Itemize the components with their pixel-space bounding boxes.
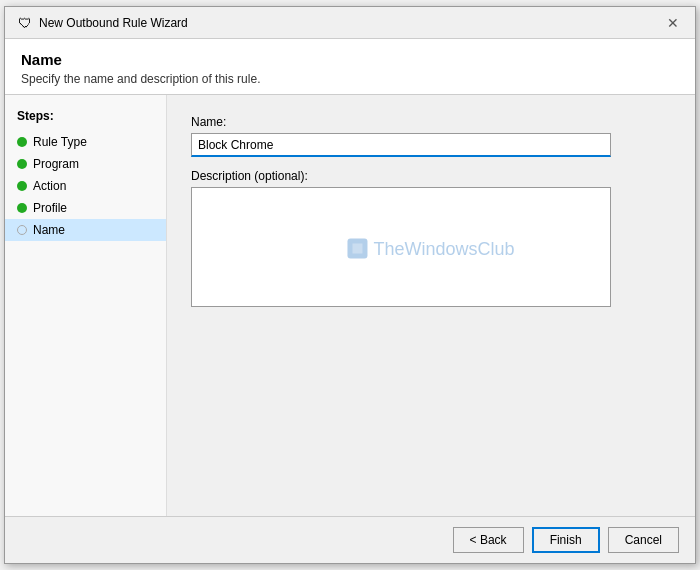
step-label-action: Action bbox=[33, 179, 66, 193]
title-bar: 🛡 New Outbound Rule Wizard ✕ bbox=[5, 7, 695, 39]
steps-panel: Steps: Rule Type Program Action Profile … bbox=[5, 95, 167, 516]
step-dot-program bbox=[17, 159, 27, 169]
dialog-window: 🛡 New Outbound Rule Wizard ✕ Name Specif… bbox=[4, 6, 696, 564]
description-label: Description (optional): bbox=[191, 169, 671, 183]
step-label-profile: Profile bbox=[33, 201, 67, 215]
description-area: TheWindowsClub bbox=[191, 187, 671, 310]
title-bar-left: 🛡 New Outbound Rule Wizard bbox=[17, 15, 188, 31]
dialog-title: Name bbox=[21, 51, 679, 68]
finish-button[interactable]: Finish bbox=[532, 527, 600, 553]
dialog-body: Steps: Rule Type Program Action Profile … bbox=[5, 95, 695, 516]
steps-title: Steps: bbox=[5, 105, 166, 131]
step-profile: Profile bbox=[5, 197, 166, 219]
name-input[interactable] bbox=[191, 133, 611, 157]
step-program: Program bbox=[5, 153, 166, 175]
dialog-header: Name Specify the name and description of… bbox=[5, 39, 695, 95]
step-label-program: Program bbox=[33, 157, 79, 171]
step-label-name: Name bbox=[33, 223, 65, 237]
content-panel: Name: Description (optional): TheWi bbox=[167, 95, 695, 516]
step-dot-name bbox=[17, 225, 27, 235]
description-field-group: Description (optional): TheWindowsClub bbox=[191, 169, 671, 310]
description-input[interactable] bbox=[191, 187, 611, 307]
back-button[interactable]: < Back bbox=[453, 527, 524, 553]
close-button[interactable]: ✕ bbox=[663, 13, 683, 33]
dialog-footer: < Back Finish Cancel bbox=[5, 516, 695, 563]
wizard-icon: 🛡 bbox=[17, 15, 33, 31]
name-label: Name: bbox=[191, 115, 671, 129]
cancel-button[interactable]: Cancel bbox=[608, 527, 679, 553]
step-action: Action bbox=[5, 175, 166, 197]
step-rule-type: Rule Type bbox=[5, 131, 166, 153]
dialog-description: Specify the name and description of this… bbox=[21, 72, 679, 86]
title-bar-text: New Outbound Rule Wizard bbox=[39, 16, 188, 30]
step-label-rule-type: Rule Type bbox=[33, 135, 87, 149]
step-dot-action bbox=[17, 181, 27, 191]
step-name: Name bbox=[5, 219, 166, 241]
step-dot-rule-type bbox=[17, 137, 27, 147]
step-dot-profile bbox=[17, 203, 27, 213]
name-field-group: Name: bbox=[191, 115, 671, 157]
